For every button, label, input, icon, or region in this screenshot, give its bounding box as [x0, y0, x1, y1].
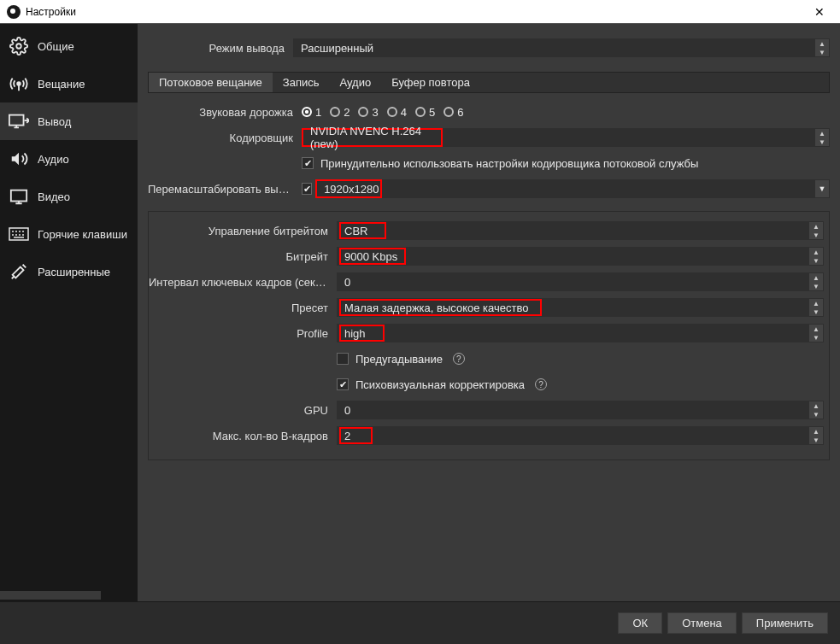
sidebar-item-label: Вывод	[38, 115, 71, 128]
updown-icon: ▲▼	[809, 325, 823, 342]
rate-control-select[interactable]: CBR ▲▼	[337, 221, 824, 240]
sidebar-scrollbar[interactable]	[0, 589, 138, 601]
chevron-down-icon: ▼	[815, 180, 829, 197]
gear-icon	[9, 36, 29, 56]
keyint-input[interactable]: 0 ▲▼	[337, 272, 824, 291]
lookahead-checkbox[interactable]	[337, 353, 349, 365]
radio-track-3[interactable]	[358, 107, 368, 117]
updown-icon: ▲▼	[809, 299, 823, 316]
bitrate-value: 9000 Kbps	[339, 248, 406, 265]
updown-icon[interactable]: ▲▼	[809, 401, 823, 419]
bitrate-label: Битрейт	[149, 250, 337, 263]
preset-value: Малая задержка, высокое качество	[339, 299, 542, 316]
sidebar-item-audio[interactable]: Аудио	[0, 140, 138, 178]
sidebar-item-output[interactable]: Вывод	[0, 102, 138, 140]
preset-label: Пресет	[149, 302, 337, 314]
tools-icon	[9, 261, 29, 282]
psycho-label: Психовизуальная корректировка	[355, 378, 525, 391]
lookahead-label: Предугадывание	[355, 353, 443, 366]
sidebar-item-label: Горячие клавиши	[38, 228, 127, 241]
app-logo-icon	[7, 5, 21, 19]
info-icon[interactable]: ?	[453, 353, 465, 365]
titlebar: Настройки ✕	[0, 0, 840, 24]
radio-track-5[interactable]	[415, 107, 426, 117]
output-mode-label: Режим вывода	[148, 42, 293, 55]
ok-button[interactable]: ОК	[618, 612, 662, 634]
audio-track-label: Звуковая дорожка	[148, 106, 302, 119]
cancel-button[interactable]: Отмена	[667, 612, 737, 634]
profile-value: high	[339, 325, 385, 342]
gpu-value: 0	[344, 404, 350, 417]
bframes-value: 2	[339, 427, 373, 444]
encoder-settings-panel: Управление битрейтом CBR ▲▼ Битрейт 9000…	[148, 211, 830, 460]
updown-icon[interactable]: ▲▼	[809, 248, 823, 265]
enforce-label: Принудительно использовать настройки код…	[320, 157, 698, 170]
rescale-select[interactable]: 1920x1280	[315, 179, 382, 198]
rate-control-label: Управление битрейтом	[149, 225, 337, 237]
sidebar-item-label: Аудио	[38, 153, 69, 166]
rescale-checkbox[interactable]	[302, 183, 312, 195]
encoder-select-extend[interactable]: ▲▼	[443, 128, 830, 147]
sidebar-item-video[interactable]: Видео	[0, 178, 138, 215]
sidebar-item-advanced[interactable]: Расширенные	[0, 253, 138, 290]
tab-audio[interactable]: Аудио	[329, 73, 381, 92]
keyint-label: Интервал ключевых кадров (сек, 0=авто)	[149, 276, 337, 289]
monitor-arrow-icon	[9, 111, 29, 132]
svg-rect-2	[9, 115, 24, 126]
window-title: Настройки	[26, 6, 802, 18]
preset-select[interactable]: Малая задержка, высокое качество ▲▼	[337, 298, 824, 317]
radio-track-1[interactable]	[302, 107, 312, 117]
radio-track-6[interactable]	[443, 107, 454, 117]
gpu-label: GPU	[149, 404, 337, 417]
profile-select[interactable]: high ▲▼	[337, 324, 824, 342]
output-mode-select[interactable]: Расширенный ▲▼	[293, 38, 830, 57]
updown-icon: ▲▼	[815, 129, 829, 146]
sidebar: Общие Вещание Вывод Аудио Видео	[0, 24, 138, 601]
encoder-value: NVIDIA NVENC H.264 (new)	[310, 125, 434, 150]
sidebar-item-label: Видео	[38, 190, 70, 203]
tab-replay-buffer[interactable]: Буфер повтора	[381, 73, 480, 92]
sidebar-item-label: Вещание	[38, 78, 85, 91]
updown-icon: ▲▼	[809, 222, 823, 239]
psycho-checkbox[interactable]	[337, 378, 349, 390]
tab-recording[interactable]: Запись	[273, 73, 330, 92]
sidebar-item-hotkeys[interactable]: Горячие клавиши	[0, 215, 138, 253]
info-icon[interactable]: ?	[535, 378, 547, 390]
sidebar-item-label: Расширенные	[38, 266, 110, 278]
apply-button[interactable]: Применить	[742, 612, 828, 634]
encoder-select[interactable]: NVIDIA NVENC H.264 (new)	[302, 128, 443, 147]
updown-icon[interactable]: ▲▼	[809, 273, 823, 290]
enforce-checkbox[interactable]	[302, 157, 314, 169]
rate-control-value: CBR	[339, 222, 386, 239]
updown-icon[interactable]: ▲▼	[809, 427, 823, 444]
bframes-input[interactable]: 2 ▲▼	[337, 426, 824, 445]
rescale-label: Перемасштабировать вывод	[148, 183, 302, 196]
keyboard-icon	[9, 224, 29, 244]
encoder-label: Кодировщик	[148, 132, 302, 144]
sidebar-item-general[interactable]: Общие	[0, 27, 138, 65]
footer: ОК Отмена Применить	[0, 601, 840, 644]
audio-track-radios: 1 2 3 4 5 6	[302, 106, 830, 119]
svg-point-0	[16, 44, 21, 49]
rescale-value: 1920x1280	[324, 183, 379, 196]
radio-track-4[interactable]	[387, 107, 397, 117]
speaker-icon	[9, 149, 29, 169]
sidebar-item-stream[interactable]: Вещание	[0, 65, 138, 102]
bframes-label: Макс. кол-во B-кадров	[149, 430, 337, 442]
output-tabs: Потоковое вещание Запись Аудио Буфер пов…	[148, 72, 830, 93]
svg-point-1	[17, 82, 21, 85]
radio-track-2[interactable]	[330, 107, 340, 117]
rescale-select-extend[interactable]: ▼	[382, 179, 830, 198]
tab-streaming[interactable]: Потоковое вещание	[149, 73, 273, 92]
svg-rect-3	[11, 190, 26, 202]
svg-rect-4	[9, 228, 28, 240]
keyint-value: 0	[344, 276, 350, 289]
gpu-input[interactable]: 0 ▲▼	[337, 401, 824, 419]
broadcast-icon	[9, 73, 29, 94]
close-button[interactable]: ✕	[802, 0, 837, 24]
profile-label: Profile	[149, 327, 337, 340]
main-panel: Режим вывода Расширенный ▲▼ Потоковое ве…	[138, 24, 840, 601]
output-mode-value: Расширенный	[301, 42, 373, 55]
monitor-icon	[9, 186, 29, 207]
bitrate-input[interactable]: 9000 Kbps ▲▼	[337, 247, 824, 266]
